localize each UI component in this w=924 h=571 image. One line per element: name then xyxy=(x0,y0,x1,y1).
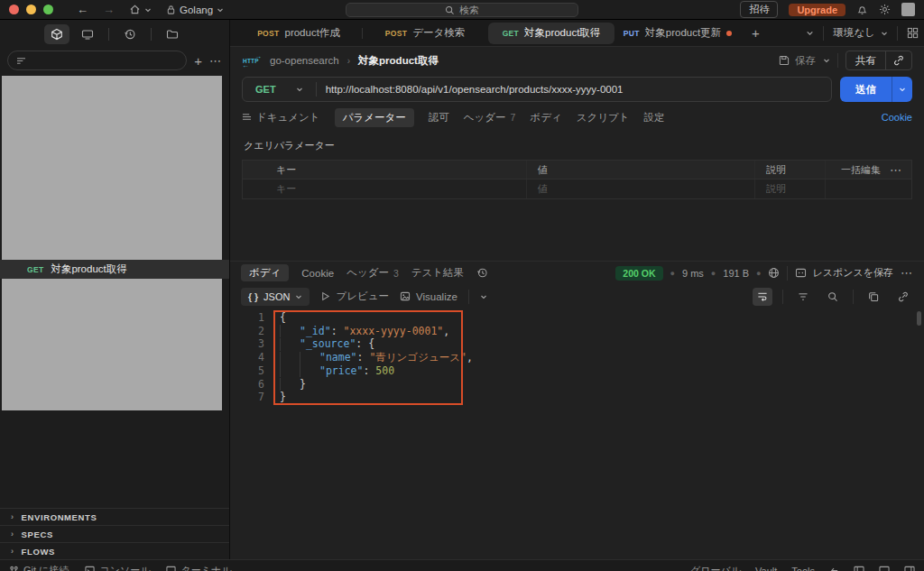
bottom-panel-toggle-icon[interactable] xyxy=(879,566,890,571)
response-history-icon[interactable] xyxy=(476,267,488,279)
response-more-button[interactable]: ⋯ xyxy=(901,267,913,279)
tab-authorization[interactable]: 認可 xyxy=(429,111,449,124)
vault-button[interactable]: Vault xyxy=(755,566,777,571)
collapse-arrow-icon[interactable] xyxy=(829,566,839,571)
tab-get-product-fetch[interactable]: GET 対象product取得 xyxy=(488,23,614,44)
filter-icon[interactable] xyxy=(793,288,813,306)
copy-icon[interactable] xyxy=(864,288,883,306)
value-placeholder[interactable]: 値 xyxy=(526,180,754,198)
sidebar-filter-input[interactable] xyxy=(32,55,178,66)
breadcrumb-collection[interactable]: go-opensearch xyxy=(270,55,339,66)
console-button[interactable]: コンソール xyxy=(85,564,150,571)
settings-gear-icon[interactable] xyxy=(879,4,891,15)
nav-back-button[interactable]: ← xyxy=(77,3,88,16)
headers-count: 7 xyxy=(511,112,516,123)
request-name-label: 対象product取得 xyxy=(51,262,126,276)
search-placeholder: 検索 xyxy=(459,4,479,17)
tools-button[interactable]: Tools xyxy=(791,566,815,571)
share-label[interactable]: 共有 xyxy=(846,51,885,69)
key-placeholder[interactable]: キー xyxy=(243,180,526,198)
sidebar-tab-files[interactable] xyxy=(160,24,185,44)
tab-headers[interactable]: ヘッダー 7 xyxy=(464,111,516,124)
preview-button[interactable]: プレビュー xyxy=(320,290,389,303)
save-floppy-icon xyxy=(779,55,790,66)
workspace-switcher[interactable]: Golang xyxy=(166,5,224,15)
home-button[interactable] xyxy=(129,4,152,15)
sidebar-tab-apis[interactable] xyxy=(75,24,100,44)
response-tab-tests[interactable]: テスト結果 xyxy=(411,266,464,280)
nav-forward-button[interactable]: → xyxy=(103,3,115,16)
url-input[interactable] xyxy=(326,84,831,95)
response-tab-headers[interactable]: ヘッダー 3 xyxy=(346,266,399,280)
git-connect-button[interactable]: Git に接続 xyxy=(9,564,69,571)
tab-parameters[interactable]: パラメーター xyxy=(335,108,414,127)
environment-quick-look-icon[interactable] xyxy=(907,27,919,39)
upgrade-button[interactable]: Upgrade xyxy=(789,4,845,16)
network-globe-icon[interactable] xyxy=(768,267,780,279)
right-panel-toggle-icon[interactable] xyxy=(904,566,915,571)
search-in-body-icon[interactable] xyxy=(823,288,843,306)
tab-body[interactable]: ボディ xyxy=(530,111,561,124)
url-bar: GET xyxy=(242,77,832,102)
environment-selector[interactable]: 環境なし xyxy=(833,26,888,40)
visualize-button[interactable]: Visualize xyxy=(400,291,457,302)
response-tab-body[interactable]: ボディ xyxy=(241,264,289,281)
http-request-icon: →HTTP← xyxy=(242,54,262,67)
section-label: SPECS xyxy=(22,530,53,539)
method-selector[interactable]: GET xyxy=(243,84,316,95)
close-window-button[interactable] xyxy=(9,5,19,14)
global-search[interactable]: 検索 xyxy=(346,3,578,17)
visualize-options-chevron-icon[interactable] xyxy=(480,293,487,300)
response-tab-cookies[interactable]: Cookie xyxy=(301,268,334,279)
zoom-window-button[interactable] xyxy=(43,5,53,14)
tab-post-data-search[interactable]: POST データ検索 xyxy=(362,23,488,44)
minimize-window-button[interactable] xyxy=(26,5,36,14)
bulk-edit-button[interactable]: 一括編集 xyxy=(841,163,881,177)
sidebar-section-specs[interactable]: › SPECS xyxy=(0,525,229,542)
window-controls[interactable] xyxy=(9,5,53,14)
scrollbar-thumb[interactable] xyxy=(917,311,921,326)
tab-post-product-create[interactable]: POST product作成 xyxy=(236,23,362,44)
notifications-bell-icon[interactable] xyxy=(856,4,868,15)
tab-settings[interactable]: 設定 xyxy=(644,111,665,124)
wrap-lines-icon[interactable] xyxy=(753,288,772,306)
new-tab-button[interactable]: + xyxy=(752,26,760,40)
sidebar-tab-collections[interactable] xyxy=(44,24,69,44)
sidebar-section-flows[interactable]: › FLOWS xyxy=(0,542,229,559)
cookies-link[interactable]: Cookie xyxy=(882,112,912,123)
link-icon[interactable] xyxy=(893,288,913,306)
terminal-button[interactable]: ターミナル xyxy=(166,564,231,571)
tab-put-product-update[interactable]: PUT 対象product更新 xyxy=(614,23,741,44)
send-button[interactable]: 送信 xyxy=(840,77,912,102)
invite-button[interactable]: 招待 xyxy=(740,1,778,18)
tab-scripts[interactable]: スクリプト xyxy=(577,111,630,124)
send-label[interactable]: 送信 xyxy=(840,83,892,97)
share-link-icon[interactable] xyxy=(885,51,911,69)
params-empty-row[interactable]: キー 値 説明 xyxy=(243,180,911,198)
description-placeholder[interactable]: 説明 xyxy=(754,180,825,198)
sidebar-tab-history[interactable] xyxy=(117,24,143,44)
url-bar-row: GET 送信 xyxy=(230,74,924,105)
response-body-toolbar: { } JSON プレビュー Visualize xyxy=(230,284,924,309)
tab-documentation[interactable]: ドキュメント xyxy=(242,111,320,124)
sidebar-section-environments[interactable]: › ENVIRONMENTS xyxy=(0,508,229,525)
new-collection-button[interactable]: + xyxy=(194,54,202,68)
tab-overflow-chevron-icon[interactable] xyxy=(806,29,814,37)
breadcrumb-request-name[interactable]: 対象product取得 xyxy=(358,54,439,68)
params-more-button[interactable]: ⋯ xyxy=(890,164,902,176)
save-response-button[interactable]: レスポンスを保存 xyxy=(795,266,893,280)
sidebar-filter[interactable] xyxy=(7,51,187,70)
save-button[interactable]: 保存 xyxy=(779,54,816,68)
global-variables-button[interactable]: グローバル xyxy=(690,564,741,571)
line-number: 1 xyxy=(230,311,264,325)
sidebar-request-item[interactable]: GET 対象product取得 xyxy=(0,260,229,279)
sidebar-more-button[interactable]: ⋯ xyxy=(209,55,222,67)
response-body-viewer[interactable]: 1 { 2 "_id": "xxxx-yyyy-0001", 3 "_sourc… xyxy=(230,309,924,559)
user-avatar[interactable] xyxy=(901,3,915,16)
format-selector[interactable]: { } JSON xyxy=(241,288,310,306)
share-button[interactable]: 共有 xyxy=(845,51,912,70)
send-options-chevron-icon[interactable] xyxy=(892,77,912,102)
left-panel-toggle-icon[interactable] xyxy=(854,566,864,571)
braces-icon: { } xyxy=(248,291,258,302)
save-options-chevron-icon[interactable] xyxy=(823,57,830,64)
